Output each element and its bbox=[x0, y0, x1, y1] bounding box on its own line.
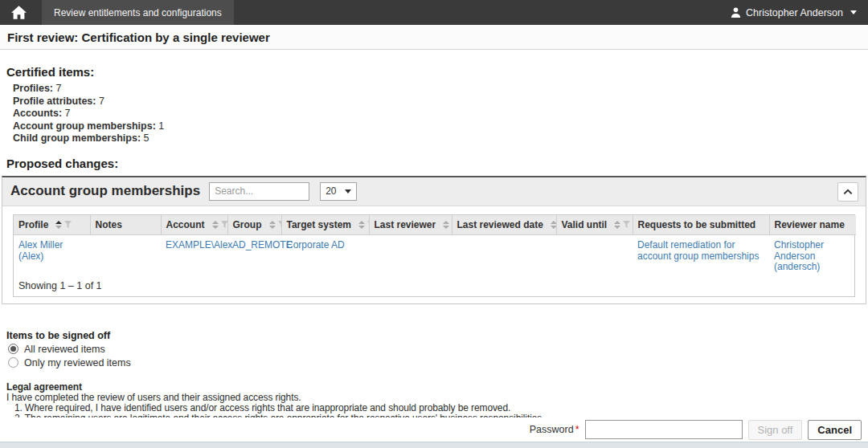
certified-items-section: Certified items: Profiles: 7Profile attr… bbox=[0, 65, 868, 145]
certified-item-value: 7 bbox=[96, 96, 104, 107]
filter-funnel-icon[interactable] bbox=[278, 221, 282, 229]
certified-item-label: Child group memberships: bbox=[13, 132, 141, 144]
sort-icon[interactable] bbox=[358, 221, 365, 229]
table-row: Alex Miller (Alex)EXAMPLE\AlexAD_REMOTEC… bbox=[14, 235, 856, 278]
column-label: Target system bbox=[287, 219, 351, 230]
sign-off-heading: Items to be signed off bbox=[6, 330, 862, 341]
collapse-panel-button[interactable] bbox=[837, 182, 858, 202]
tab-review-entitlements[interactable]: Review entitlements and configurations bbox=[42, 0, 234, 25]
table-cell-profile: Alex Miller (Alex) bbox=[14, 235, 90, 278]
chevron-down-icon bbox=[850, 10, 857, 14]
table-cell-requests-to-be-submitted: Default remediation for account group me… bbox=[633, 235, 769, 278]
cell-link[interactable]: AD_REMOTE bbox=[232, 239, 293, 250]
radio-option-only-my-reviewed-items[interactable]: Only my reviewed items bbox=[8, 357, 862, 369]
certified-items-heading: Certified items: bbox=[6, 65, 862, 79]
radio-label: All reviewed items bbox=[24, 344, 105, 355]
items-to-sign-off-section: Items to be signed off All reviewed item… bbox=[0, 330, 868, 369]
column-header-requests-to-be-submitted: Requests to be submitted bbox=[633, 215, 769, 235]
column-icons bbox=[551, 221, 556, 229]
cancel-button[interactable]: Cancel bbox=[808, 420, 862, 440]
home-icon bbox=[11, 6, 27, 19]
column-header-group[interactable]: Group bbox=[227, 215, 281, 235]
column-label: Reviewer name bbox=[775, 219, 845, 230]
password-input[interactable] bbox=[585, 420, 743, 439]
cell-link[interactable]: Default remediation for account group me… bbox=[637, 239, 759, 262]
table-cell-last-reviewer bbox=[369, 235, 452, 278]
filter-funnel-icon[interactable] bbox=[221, 221, 228, 229]
panel-title: Account group memberships bbox=[10, 183, 200, 199]
column-icons bbox=[269, 221, 282, 229]
column-header-account[interactable]: Account bbox=[161, 215, 227, 235]
filter-funnel-icon[interactable] bbox=[64, 221, 72, 229]
certified-item: Account group memberships: 1 bbox=[13, 120, 862, 133]
radio-option-all-reviewed-items[interactable]: All reviewed items bbox=[8, 344, 862, 355]
sort-icon[interactable] bbox=[269, 221, 276, 229]
certified-item: Profile attributes: 7 bbox=[13, 96, 862, 108]
cell-link[interactable]: Christopher Anderson (andersch) bbox=[774, 239, 824, 272]
column-icons bbox=[212, 221, 228, 229]
column-label: Valid until bbox=[562, 219, 608, 230]
column-label: Profile bbox=[18, 219, 48, 230]
table-cell-group: AD_REMOTE bbox=[227, 235, 281, 278]
footer-actions: Password* Sign off Cancel bbox=[0, 417, 868, 442]
certified-item-label: Accounts: bbox=[13, 108, 62, 119]
filter-funnel-icon[interactable] bbox=[623, 221, 630, 229]
select-caret-icon bbox=[345, 189, 351, 193]
table-cell-valid-until bbox=[556, 235, 633, 278]
proposed-changes-heading: Proposed changes: bbox=[6, 157, 862, 170]
column-header-target-system[interactable]: Target system bbox=[281, 215, 369, 235]
cell-link[interactable]: Alex Miller (Alex) bbox=[18, 239, 63, 262]
certified-item-value: 5 bbox=[141, 132, 149, 144]
sort-icon[interactable] bbox=[212, 221, 219, 229]
sort-icon[interactable] bbox=[55, 221, 62, 229]
required-marker: * bbox=[575, 424, 579, 435]
footer-strip bbox=[0, 442, 868, 448]
column-icons bbox=[443, 221, 452, 229]
home-button[interactable] bbox=[0, 0, 37, 25]
password-label-text: Password bbox=[530, 424, 574, 435]
certified-items-list: Profiles: 7Profile attributes: 7Accounts… bbox=[13, 83, 862, 145]
column-label: Requests to be submitted bbox=[638, 219, 756, 230]
certified-item-label: Profiles: bbox=[13, 83, 53, 94]
cell-link[interactable]: EXAMPLE\Alex bbox=[166, 239, 232, 250]
sort-icon[interactable] bbox=[551, 221, 556, 229]
column-header-notes: Notes bbox=[90, 215, 161, 235]
table-cell-last-reviewed-date bbox=[452, 235, 556, 278]
person-icon bbox=[731, 7, 741, 18]
column-label: Group bbox=[233, 219, 262, 230]
panel-body: ProfileNotesAccountGroupTarget systemLas… bbox=[2, 206, 866, 303]
sort-icon[interactable] bbox=[443, 221, 449, 229]
certified-item-value: 7 bbox=[53, 83, 61, 94]
column-header-last-reviewed-date[interactable]: Last reviewed date bbox=[452, 215, 556, 235]
user-menu[interactable]: Christopher Anderson bbox=[731, 7, 868, 18]
certified-item-label: Account group memberships: bbox=[13, 120, 156, 132]
radio-button[interactable] bbox=[8, 344, 18, 354]
page-title-bar: First review: Certification by a single … bbox=[0, 25, 868, 50]
table-header-row: ProfileNotesAccountGroupTarget systemLas… bbox=[14, 215, 856, 235]
column-icons bbox=[358, 221, 369, 229]
page-size-select[interactable]: 20 bbox=[320, 182, 357, 201]
page-size-value: 20 bbox=[326, 185, 336, 197]
table-cell-notes bbox=[90, 235, 161, 278]
table-cell-account: EXAMPLE\Alex bbox=[161, 235, 227, 278]
sign-off-button[interactable]: Sign off bbox=[748, 420, 803, 440]
password-label: Password* bbox=[530, 424, 579, 435]
column-header-reviewer-name: Reviewer name bbox=[769, 215, 856, 235]
column-header-profile[interactable]: Profile bbox=[14, 215, 90, 235]
column-icons bbox=[55, 221, 72, 229]
certified-item-value: 1 bbox=[156, 120, 164, 132]
table-body: Alex Miller (Alex)EXAMPLE\AlexAD_REMOTEC… bbox=[14, 235, 856, 278]
radio-label: Only my reviewed items bbox=[24, 357, 131, 369]
page-title: First review: Certification by a single … bbox=[7, 31, 270, 44]
column-header-last-reviewer[interactable]: Last reviewer bbox=[369, 215, 452, 235]
sort-icon[interactable] bbox=[614, 221, 620, 229]
chevron-up-icon bbox=[843, 189, 853, 195]
column-header-valid-until[interactable]: Valid until bbox=[556, 215, 633, 235]
radio-button[interactable] bbox=[8, 357, 18, 368]
data-grid: ProfileNotesAccountGroupTarget systemLas… bbox=[13, 214, 855, 297]
panel-header: Account group memberships 20 bbox=[2, 177, 866, 206]
cell-link[interactable]: Corporate AD bbox=[286, 239, 345, 250]
search-input[interactable] bbox=[209, 182, 309, 201]
table-cell-target-system: Corporate AD bbox=[281, 235, 369, 278]
paging-summary: Showing 1 – 1 of 1 bbox=[14, 278, 854, 296]
